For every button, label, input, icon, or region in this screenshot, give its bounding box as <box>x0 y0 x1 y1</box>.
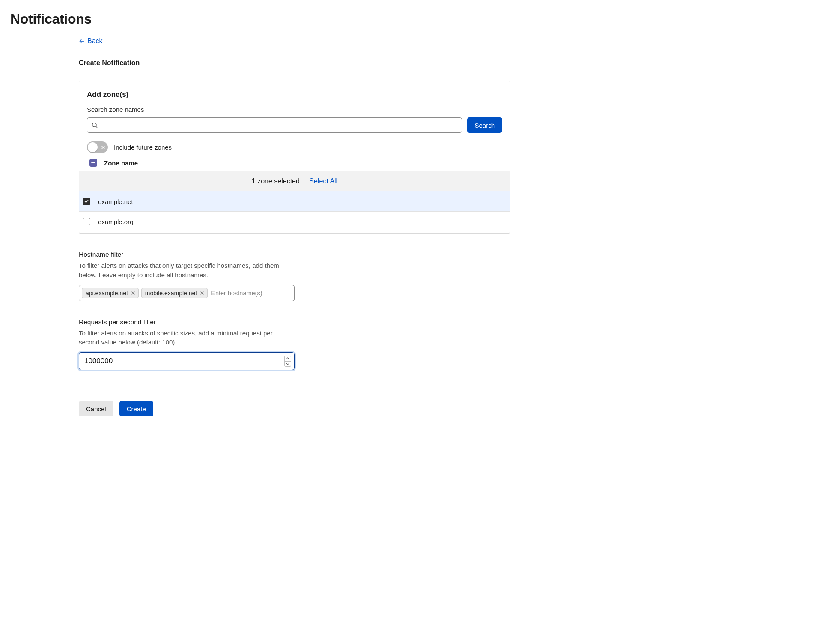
zone-name: example.net <box>98 198 133 205</box>
close-icon[interactable] <box>131 291 136 296</box>
table-row[interactable]: example.net <box>79 191 510 211</box>
zone-name: example.org <box>98 218 134 225</box>
hostname-tag-text: api.example.net <box>86 290 128 297</box>
hostname-tag-text: mobile.example.net <box>145 290 197 297</box>
x-icon <box>101 145 106 150</box>
hostname-filter-title: Hostname filter <box>79 251 295 258</box>
search-input[interactable] <box>87 117 462 133</box>
create-button[interactable]: Create <box>119 401 153 416</box>
hostname-tags-input[interactable]: api.example.netmobile.example.net <box>79 285 295 301</box>
select-all-link[interactable]: Select All <box>309 177 337 185</box>
table-row[interactable]: example.org <box>79 211 510 231</box>
search-icon <box>91 122 98 129</box>
rps-filter-desc: To filter alerts on attacks of specific … <box>79 329 295 347</box>
select-all-checkbox[interactable] <box>89 159 97 167</box>
include-future-label: Include future zones <box>114 144 172 151</box>
svg-line-2 <box>96 126 97 128</box>
create-notification-heading: Create Notification <box>79 59 510 67</box>
hostname-filter-desc: To filter alerts on attacks that only ta… <box>79 261 295 280</box>
rps-filter-title: Requests per second filter <box>79 318 295 326</box>
back-link[interactable]: Back <box>79 37 103 45</box>
svg-point-1 <box>92 123 96 127</box>
hostname-text-input[interactable] <box>210 288 292 298</box>
add-zones-card: Add zone(s) Search zone names Search <box>79 81 510 234</box>
search-zones-label: Search zone names <box>87 106 502 113</box>
hostname-tag: mobile.example.net <box>141 288 208 298</box>
hostname-tag: api.example.net <box>82 288 139 298</box>
search-button[interactable]: Search <box>467 117 502 133</box>
zone-checkbox[interactable] <box>83 218 90 225</box>
arrow-left-icon <box>79 38 85 44</box>
include-future-toggle[interactable] <box>87 141 108 153</box>
selection-count-text: 1 zone selected. <box>252 177 302 185</box>
cancel-button[interactable]: Cancel <box>79 401 113 416</box>
quantity-stepper[interactable] <box>284 356 291 367</box>
chevron-up-icon[interactable] <box>285 356 291 362</box>
chevron-down-icon[interactable] <box>285 362 291 367</box>
hostname-filter-section: Hostname filter To filter alerts on atta… <box>79 251 295 301</box>
close-icon[interactable] <box>200 291 205 296</box>
add-zones-title: Add zone(s) <box>87 90 502 99</box>
rps-input[interactable] <box>79 352 295 370</box>
back-label: Back <box>87 37 103 45</box>
selection-banner: 1 zone selected. Select All <box>79 171 510 191</box>
page-title: Notifications <box>10 11 538 27</box>
rps-filter-section: Requests per second filter To filter ale… <box>79 318 295 371</box>
zone-name-column-header: Zone name <box>104 159 138 167</box>
zone-checkbox[interactable] <box>83 198 90 205</box>
